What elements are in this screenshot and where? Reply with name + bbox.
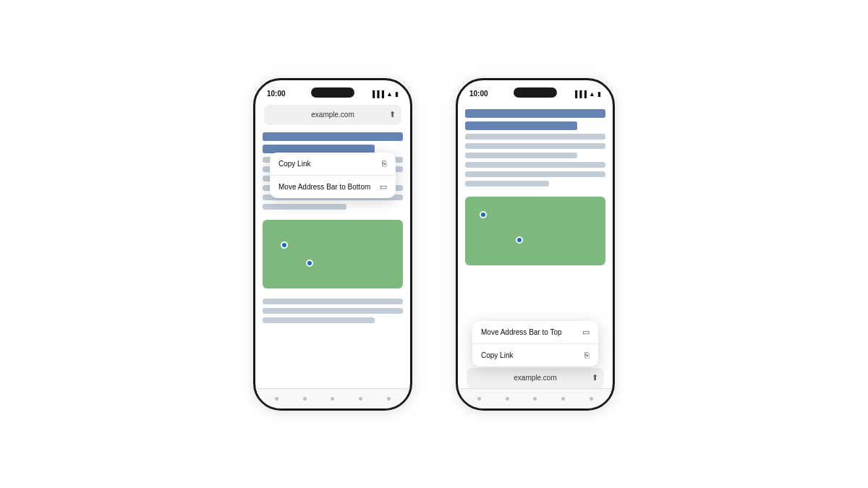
address-bar-top-1[interactable]: example.com ⬆ [264, 105, 401, 125]
content-line [465, 109, 605, 118]
content-line [263, 132, 403, 141]
phone-icon-2: ▭ [582, 328, 590, 337]
battery-icon-1: ▮ [395, 90, 399, 98]
tab-dot [303, 397, 307, 401]
tab-bar-1 [255, 388, 410, 408]
tab-dot [561, 397, 565, 401]
url-text-2: example.com [514, 374, 556, 382]
share-icon-1[interactable]: ⬆ [389, 110, 396, 119]
content-line [263, 299, 403, 304]
status-time-2: 10:00 [469, 90, 488, 98]
tab-dot [506, 397, 509, 401]
content-line [465, 143, 605, 149]
signal-icon-1: ▐▐▐ [370, 90, 384, 98]
tab-dot [590, 397, 593, 401]
menu-item-move-bottom-1[interactable]: Move Address Bar to Bottom ▭ [270, 176, 396, 198]
content-line [263, 204, 346, 210]
map-dot [306, 260, 313, 267]
battery-icon-2: ▮ [597, 90, 601, 98]
menu-item-move-top-2[interactable]: Move Address Bar to Top ▭ [472, 321, 598, 344]
tab-dot [533, 397, 537, 401]
content-line [263, 317, 375, 323]
context-menu-2: Move Address Bar to Top ▭ Copy Link ⎘ [472, 321, 598, 367]
status-icons-2: ▐▐▐ ▲ ▮ [573, 90, 601, 98]
menu-label-move-top-2: Move Address Bar to Top [481, 328, 576, 337]
content-line [465, 153, 577, 158]
content-line [263, 145, 375, 153]
context-menu-1: Copy Link ⎘ Move Address Bar to Bottom ▭ [270, 153, 396, 198]
tab-dot [331, 397, 334, 401]
map-dot [516, 236, 523, 244]
content-line [263, 308, 403, 314]
map-area-1 [263, 220, 403, 288]
signal-icon-2: ▐▐▐ [573, 90, 587, 98]
map-dot [480, 211, 487, 218]
content-line [465, 121, 577, 130]
tab-bar-2 [458, 388, 613, 408]
phone-1: 10:00 ▐▐▐ ▲ ▮ example.com ⬆ [253, 78, 412, 411]
wifi-icon-1: ▲ [386, 90, 393, 98]
map-area-2 [465, 197, 605, 265]
copy-icon-2: ⎘ [584, 351, 590, 359]
phone-icon-1: ▭ [380, 182, 387, 192]
content-lines-2 [458, 103, 613, 192]
content-line [465, 162, 605, 168]
share-icon-2[interactable]: ⬆ [592, 373, 598, 382]
tab-dot [387, 397, 391, 401]
address-bar-bottom-2[interactable]: example.com ⬆ [467, 368, 604, 388]
copy-icon-1: ⎘ [382, 159, 387, 168]
content-line [465, 134, 605, 140]
menu-label-copy-link-2: Copy Link [481, 351, 579, 360]
dynamic-island-1 [311, 87, 354, 98]
dynamic-island-2 [514, 87, 557, 98]
status-icons-1: ▐▐▐ ▲ ▮ [370, 90, 399, 98]
content-line [465, 181, 549, 187]
tab-dot [275, 397, 278, 401]
content-line [465, 171, 605, 177]
menu-label-copy-link-1: Copy Link [278, 159, 376, 168]
wifi-icon-2: ▲ [589, 90, 595, 98]
url-text-1: example.com [311, 111, 354, 119]
menu-item-copy-link-2[interactable]: Copy Link ⎘ [472, 344, 598, 367]
content-lines-1b [255, 293, 410, 329]
phone-2: 10:00 ▐▐▐ ▲ ▮ Move Address Bar to Top ▭ [456, 78, 615, 411]
tab-dot [477, 397, 481, 401]
tab-dot [359, 397, 362, 401]
menu-label-move-bottom-1: Move Address Bar to Bottom [278, 182, 374, 192]
menu-item-copy-link-1[interactable]: Copy Link ⎘ [270, 153, 396, 176]
status-time-1: 10:00 [267, 90, 286, 98]
map-dot [281, 241, 288, 249]
